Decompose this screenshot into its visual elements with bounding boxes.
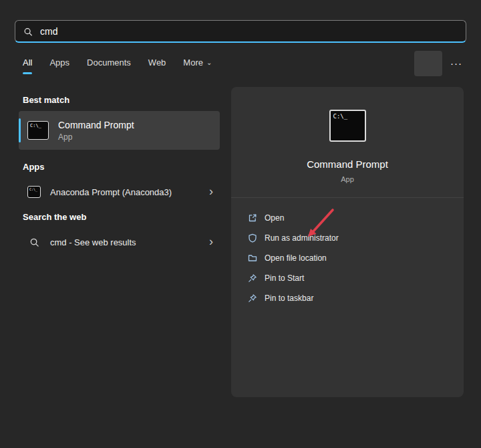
- action-label: Open: [265, 213, 284, 223]
- account-button[interactable]: [414, 51, 442, 76]
- action-pin-to-taskbar[interactable]: Pin to taskbar: [231, 288, 464, 308]
- admin-shield-icon: [248, 233, 257, 243]
- action-open[interactable]: Open: [231, 208, 464, 228]
- best-match-result[interactable]: C:\_ Command Prompt App: [19, 111, 220, 150]
- action-open-file-location[interactable]: Open file location: [231, 248, 464, 268]
- section-heading-best-match: Best match: [23, 95, 69, 105]
- more-options-button[interactable]: ···: [445, 56, 468, 72]
- action-label: Run as administrator: [265, 233, 339, 243]
- cmd-icon-glyph: C:\_: [333, 113, 348, 120]
- tab-documents[interactable]: Documents: [87, 58, 131, 74]
- action-label: Pin to Start: [265, 273, 304, 283]
- chevron-right-icon[interactable]: ›: [209, 185, 213, 199]
- chevron-right-icon[interactable]: ›: [209, 235, 213, 249]
- selection-indicator: [19, 118, 21, 142]
- tab-label: More: [183, 58, 203, 68]
- list-item-anaconda-prompt[interactable]: C:\_ Anaconda Prompt (Anaconda3) ›: [19, 179, 220, 205]
- result-subtitle: App: [58, 132, 134, 142]
- search-value: cmd: [40, 26, 57, 37]
- tab-label: Web: [148, 58, 166, 68]
- preview-subtitle: App: [231, 175, 464, 183]
- action-pin-to-start[interactable]: Pin to Start: [231, 268, 464, 288]
- section-heading-web: Search the web: [23, 212, 86, 222]
- pin-icon: [248, 273, 257, 283]
- cmd-icon-glyph: C:\_: [29, 187, 37, 191]
- preview-title: Command Prompt: [231, 158, 464, 170]
- tab-label: Documents: [87, 58, 131, 68]
- command-prompt-icon: C:\_: [27, 121, 49, 140]
- anaconda-prompt-icon: C:\_: [27, 186, 41, 198]
- search-icon: [23, 27, 33, 36]
- action-label: Open file location: [265, 253, 327, 263]
- tab-apps[interactable]: Apps: [49, 58, 69, 74]
- folder-icon: [248, 253, 257, 263]
- windows-search-panel: cmd All Apps Documents Web More ⌄ ··· Be…: [0, 0, 481, 448]
- section-heading-apps: Apps: [23, 162, 45, 172]
- tab-label: All: [23, 58, 32, 68]
- action-list: Open Run as administrator Open file loca…: [231, 208, 464, 308]
- pin-icon: [248, 294, 257, 303]
- action-label: Pin to taskbar: [265, 294, 313, 303]
- tab-web[interactable]: Web: [148, 58, 166, 74]
- result-title: Command Prompt: [58, 120, 134, 130]
- list-item-label: Anaconda Prompt (Anaconda3): [50, 187, 172, 197]
- cmd-icon-glyph: C:\_: [30, 123, 41, 128]
- chevron-down-icon: ⌄: [206, 59, 212, 66]
- divider: [231, 197, 464, 198]
- command-prompt-icon-large: C:\_: [329, 110, 366, 142]
- tab-all[interactable]: All: [23, 58, 32, 74]
- list-item-label: cmd - See web results: [50, 237, 136, 247]
- result-text: Command Prompt App: [58, 120, 134, 142]
- tab-label: Apps: [49, 58, 69, 68]
- open-icon: [248, 213, 257, 223]
- list-item-web-search[interactable]: cmd - See web results ›: [19, 229, 220, 255]
- filter-tabs: All Apps Documents Web More ⌄: [23, 58, 212, 74]
- action-run-as-administrator[interactable]: Run as administrator: [231, 228, 464, 248]
- tab-more[interactable]: More ⌄: [183, 58, 212, 74]
- search-icon: [27, 237, 41, 247]
- preview-pane: C:\_ Command Prompt App Open: [231, 87, 464, 397]
- search-input[interactable]: cmd: [15, 20, 466, 43]
